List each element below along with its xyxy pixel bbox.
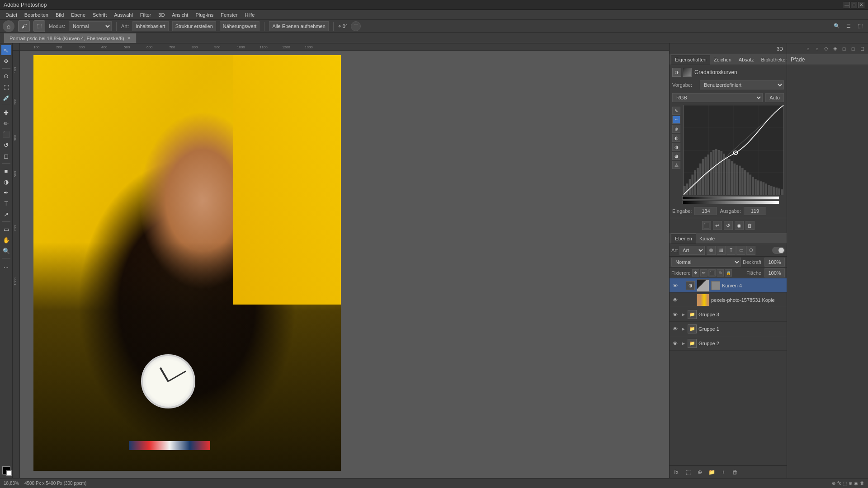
workspace-icon[interactable]: ☰ [844, 21, 854, 31]
fill-input[interactable] [764, 268, 785, 277]
channel-select[interactable]: RGB Rot Grün Blau [672, 93, 763, 102]
layer-expand-gruppe2[interactable]: ▶ [680, 341, 686, 346]
panel-icon-square1[interactable]: □ [840, 45, 848, 53]
output-value[interactable] [744, 207, 766, 215]
menu-filter[interactable]: Filter [137, 11, 155, 19]
curve-tool-icon[interactable]: ⌒ [351, 21, 361, 31]
path-selection-tool[interactable]: ↗ [1, 209, 11, 219]
history-brush-tool[interactable]: ↺ [1, 140, 11, 150]
layer-item-gruppe3[interactable]: 👁 ▶ 📁 Gruppe 3 [670, 307, 787, 322]
panel-icon-circle2[interactable]: ○ [813, 45, 821, 53]
layer-expand-gruppe1[interactable]: ▶ [680, 326, 686, 332]
tab-kanale[interactable]: Kanäle [696, 234, 718, 244]
zoom-tool[interactable]: 🔍 [1, 246, 11, 256]
tab-ebenen[interactable]: Ebenen [671, 234, 696, 244]
layer-item-gruppe2[interactable]: 👁 ▶ 📁 Gruppe 2 [670, 336, 787, 351]
panel-icon-circle3[interactable]: ◻ [858, 45, 866, 53]
alle-ebenen-btn[interactable]: Alle Ebenen aufnehmen [269, 21, 328, 31]
props-btn-delete[interactable]: 🗑 [745, 221, 755, 230]
preset-select[interactable]: Benutzerdefiniert [700, 80, 784, 89]
input-value[interactable] [694, 207, 717, 215]
pen-tool[interactable]: ✒ [1, 188, 11, 197]
foreground-color[interactable] [2, 466, 10, 474]
tool-preset-button[interactable]: ⬚ [33, 20, 45, 32]
menu-bild[interactable]: Bild [52, 11, 67, 19]
curves-graph[interactable] [683, 105, 784, 195]
eyedropper-tool[interactable]: 💉 [1, 93, 11, 103]
3d-label[interactable]: 3D [777, 46, 783, 52]
layer-new-btn[interactable]: + [718, 467, 728, 477]
curve-eyedropper-light[interactable]: ◕ [672, 152, 680, 160]
brush-options-button[interactable]: 🖌 [18, 20, 30, 32]
tab-close-btn[interactable]: ✕ [127, 36, 131, 41]
layer-folder-btn[interactable]: 📁 [707, 467, 717, 477]
layer-vis-gruppe3[interactable]: 👁 [671, 311, 679, 318]
filter-shape-btn[interactable]: ▭ [736, 246, 745, 255]
status-icon-3[interactable]: ⊕ [849, 481, 852, 486]
props-btn-square[interactable]: ⬛ [702, 221, 711, 230]
menu-fenster[interactable]: Fenster [217, 11, 241, 19]
menu-bearbeiten[interactable]: Bearbeiten [21, 11, 52, 19]
status-icon-1[interactable]: ⊕ [832, 481, 835, 486]
curve-pencil-tool[interactable]: ✎ [672, 107, 680, 115]
filter-kind-select[interactable]: Art Name Effekt [679, 246, 705, 255]
layer-vis-pexels[interactable]: 👁 [671, 296, 679, 304]
menu-ebene[interactable]: Ebene [67, 11, 89, 19]
props-btn-link[interactable]: ↩ [713, 221, 722, 230]
search-icon[interactable]: 🔍 [832, 21, 842, 31]
fx-icon[interactable]: fx [837, 481, 841, 486]
filter-adj-btn[interactable] [717, 246, 726, 255]
status-icon-5[interactable]: 🗑 [860, 481, 864, 486]
fix-position-btn[interactable]: ✥ [692, 269, 699, 277]
crop-tool[interactable]: ⬚ [1, 82, 11, 92]
layer-adjustment-btn[interactable]: ⊕ [695, 467, 705, 477]
fix-pixels-btn[interactable]: ✏ [700, 269, 708, 277]
stamp-tool[interactable]: ⬛ [1, 129, 11, 139]
arrange-icon[interactable]: ⬚ [855, 21, 865, 31]
gradient-tool[interactable]: ■ [1, 166, 11, 176]
fix-colors-btn[interactable]: ⬛ [708, 269, 716, 277]
opacity-input[interactable] [764, 258, 785, 267]
fix-lock-btn[interactable]: 🔒 [725, 269, 732, 277]
inhaltsbasiert-btn[interactable]: Inhaltsbasiert [132, 21, 168, 31]
panel-icon-square2[interactable]: □ [849, 45, 857, 53]
curve-eyedropper-dark[interactable]: ◐ [672, 134, 680, 142]
menu-auswahl[interactable]: Auswahl [110, 11, 137, 19]
document-tab[interactable]: Portrait.psdc bei 18,8% (Kurven 4, Ebene… [4, 33, 137, 43]
filter-pixel-btn[interactable] [707, 246, 716, 255]
dodge-tool[interactable]: ◑ [1, 177, 11, 187]
menu-ansicht[interactable]: Ansicht [168, 11, 192, 19]
eraser-tool[interactable]: ◻ [1, 151, 11, 161]
extra-tools-btn[interactable]: ... [1, 261, 11, 271]
layer-delete-btn[interactable]: 🗑 [730, 467, 740, 477]
filter-toggle[interactable] [772, 247, 785, 254]
menu-datei[interactable]: Datei [2, 11, 21, 19]
struktur-btn[interactable]: Struktur erstellen [172, 21, 216, 31]
home-button[interactable]: ⌂ [3, 20, 14, 32]
layer-mask-btn[interactable]: ⬚ [683, 467, 693, 477]
layer-expand-gruppe3[interactable]: ▶ [680, 312, 686, 317]
panel-icon-diamond1[interactable]: ◇ [822, 45, 830, 53]
layer-vis-gruppe2[interactable]: 👁 [671, 340, 679, 347]
move-tool[interactable]: ↖ [1, 45, 11, 55]
filter-text-btn[interactable]: T [726, 246, 736, 255]
text-tool[interactable]: T [1, 198, 11, 208]
tab-eigenschaften[interactable]: Eigenschaften [671, 55, 710, 65]
props-btn-reset[interactable]: ↺ [724, 221, 733, 230]
layer-item-kurven4[interactable]: 👁 ◑ Kurven 4 [670, 278, 787, 293]
filter-smart-btn[interactable]: ⬡ [746, 246, 755, 255]
menu-hilfe[interactable]: Hilfe [241, 11, 258, 19]
tab-absatz[interactable]: Absatz [735, 55, 758, 65]
menu-3d[interactable]: 3D [155, 11, 168, 19]
naherungswert-btn[interactable]: Näherungswert [220, 21, 260, 31]
layer-vis-gruppe1[interactable]: 👁 [671, 325, 679, 333]
background-color[interactable] [6, 470, 12, 476]
mode-select[interactable]: Normal Multiplizieren Abblenden [69, 21, 112, 31]
props-btn-eye[interactable]: ◉ [735, 221, 744, 230]
panel-icon-circle1[interactable]: ○ [804, 45, 812, 53]
shape-tool[interactable]: ▭ [1, 224, 11, 234]
close-button[interactable]: ✕ [858, 2, 864, 8]
minimize-button[interactable]: — [844, 2, 850, 8]
status-icon-2[interactable]: ⬚ [843, 481, 847, 486]
maximize-button[interactable]: □ [851, 2, 857, 8]
